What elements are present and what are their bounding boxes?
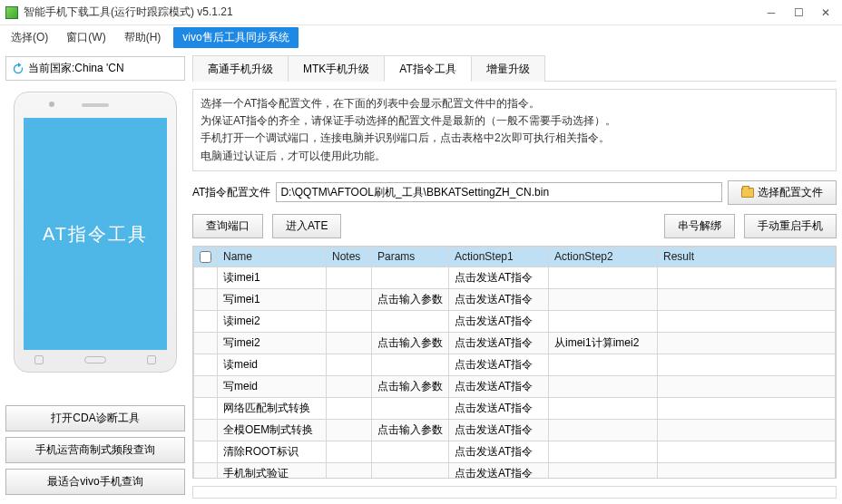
table-row[interactable]: 写imei2点击输入参数点击发送AT指令从imei1计算imei2 [194,332,836,354]
cell-params[interactable]: 点击输入参数 [372,332,449,354]
row-checkbox-cell[interactable] [194,267,218,288]
cell-notes[interactable] [327,310,372,332]
cell-result[interactable] [658,397,836,419]
column-result[interactable]: Result [658,247,836,267]
close-button[interactable]: ✕ [820,7,831,18]
column-params[interactable]: Params [372,247,449,267]
column-step2[interactable]: ActionStep2 [549,247,658,267]
cell-step2[interactable] [549,354,658,375]
open-cda-button[interactable]: 打开CDA诊断工具 [5,405,185,431]
column-checkbox[interactable] [194,247,218,267]
cell-params[interactable]: 点击输入参数 [372,375,449,397]
row-checkbox-cell[interactable] [194,441,218,462]
table-row[interactable]: 写meid点击输入参数点击发送AT指令 [194,375,836,397]
cell-params[interactable]: 点击输入参数 [372,288,449,310]
cell-params[interactable] [372,462,449,479]
cell-notes[interactable] [327,375,372,397]
row-checkbox-cell[interactable] [194,419,218,441]
cell-name[interactable]: 写meid [218,375,327,397]
cell-name[interactable]: 网络匹配制式转换 [218,397,327,419]
tab-mtk[interactable]: MTK手机升级 [288,55,385,82]
row-checkbox-cell[interactable] [194,310,218,332]
cell-step2[interactable] [549,267,658,288]
cell-step1[interactable]: 点击发送AT指令 [449,310,549,332]
cell-name[interactable]: 读imei2 [218,310,327,332]
table-row[interactable]: 读meid点击发送AT指令 [194,354,836,375]
cell-notes[interactable] [327,397,372,419]
cell-params[interactable] [372,310,449,332]
cell-name[interactable]: 读imei1 [218,267,327,288]
carrier-query-button[interactable]: 手机运营商制式频段查询 [5,437,185,463]
table-row[interactable]: 读imei2点击发送AT指令 [194,310,836,332]
cell-step2[interactable] [549,441,658,462]
row-checkbox-cell[interactable] [194,397,218,419]
menu-help[interactable]: 帮助(H) [119,28,167,47]
row-checkbox-cell[interactable] [194,354,218,375]
cell-step1[interactable]: 点击发送AT指令 [449,354,549,375]
tab-qcom[interactable]: 高通手机升级 [192,55,289,82]
config-path-input[interactable] [276,182,722,202]
cell-notes[interactable] [327,332,372,354]
browse-config-button[interactable]: 选择配置文件 [728,180,837,205]
cell-step1[interactable]: 点击发送AT指令 [449,332,549,354]
menu-vivo-sync[interactable]: vivo售后工具同步系统 [173,27,298,48]
at-command-table[interactable]: Name Notes Params ActionStep1 ActionStep… [192,246,837,479]
cell-result[interactable] [658,419,836,441]
cell-result[interactable] [658,310,836,332]
cell-step1[interactable]: 点击发送AT指令 [449,441,549,462]
table-row[interactable]: 网络匹配制式转换点击发送AT指令 [194,397,836,419]
cell-step1[interactable]: 点击发送AT指令 [449,462,549,479]
query-port-button[interactable]: 查询端口 [192,214,263,238]
maximize-button[interactable]: ☐ [793,7,804,18]
cell-step2[interactable] [549,375,658,397]
cell-notes[interactable] [327,419,372,441]
row-checkbox-cell[interactable] [194,288,218,310]
cell-name[interactable]: 读meid [218,354,327,375]
cell-step1[interactable]: 点击发送AT指令 [449,375,549,397]
cell-result[interactable] [658,462,836,479]
cell-step2[interactable] [549,419,658,441]
menu-select[interactable]: 选择(O) [5,28,54,47]
cell-step2[interactable] [549,462,658,479]
cell-name[interactable]: 手机制式验证 [218,462,327,479]
table-row[interactable]: 读imei1点击发送AT指令 [194,267,836,288]
tab-at[interactable]: AT指令工具 [384,55,471,82]
column-notes[interactable]: Notes [327,247,372,267]
cell-result[interactable] [658,375,836,397]
cell-notes[interactable] [327,441,372,462]
serial-unbind-button[interactable]: 串号解绑 [664,214,735,238]
table-row[interactable]: 写imei1点击输入参数点击发送AT指令 [194,288,836,310]
minimize-button[interactable]: ─ [766,7,777,18]
cell-notes[interactable] [327,288,372,310]
cell-step2[interactable]: 从imei1计算imei2 [549,332,658,354]
cell-params[interactable] [372,441,449,462]
country-bar[interactable]: 当前国家:China 'CN [5,56,185,81]
restart-phone-button[interactable]: 手动重启手机 [744,214,837,238]
cell-step2[interactable] [549,397,658,419]
cell-result[interactable] [658,267,836,288]
menu-window[interactable]: 窗口(W) [61,28,111,47]
cell-result[interactable] [658,441,836,462]
cell-step2[interactable] [549,288,658,310]
cell-params[interactable] [372,397,449,419]
table-row[interactable]: 清除ROOT标识点击发送AT指令 [194,441,836,462]
vivo-compat-button[interactable]: 最适合vivo手机查询 [5,469,185,495]
cell-step1[interactable]: 点击发送AT指令 [449,267,549,288]
row-checkbox-cell[interactable] [194,332,218,354]
cell-name[interactable]: 清除ROOT标识 [218,441,327,462]
table-row[interactable]: 全模OEM制式转换点击输入参数点击发送AT指令 [194,419,836,441]
cell-params[interactable] [372,267,449,288]
cell-params[interactable]: 点击输入参数 [372,419,449,441]
cell-notes[interactable] [327,354,372,375]
cell-step2[interactable] [549,310,658,332]
select-all-checkbox[interactable] [200,251,211,263]
tab-incremental[interactable]: 增量升级 [471,55,545,82]
cell-result[interactable] [658,332,836,354]
cell-name[interactable]: 写imei1 [218,288,327,310]
cell-notes[interactable] [327,462,372,479]
row-checkbox-cell[interactable] [194,375,218,397]
cell-result[interactable] [658,288,836,310]
cell-step1[interactable]: 点击发送AT指令 [449,288,549,310]
cell-notes[interactable] [327,267,372,288]
enter-ate-button[interactable]: 进入ATE [272,214,341,238]
